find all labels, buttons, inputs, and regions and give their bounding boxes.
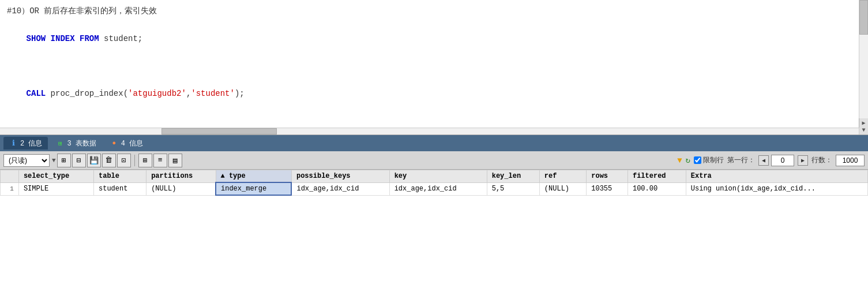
v-scrollbar-thumb[interactable] [859, 0, 868, 35]
scroll-right-arrow[interactable]: ▶ [859, 118, 868, 128]
filter-icon[interactable]: ▼ [677, 156, 682, 165]
results-table: select_type table partitions ▲ type poss… [0, 170, 868, 196]
tab-info2-icon: ● [110, 139, 118, 147]
row-count-input[interactable] [836, 155, 865, 166]
row-count-label: 行数： [811, 155, 832, 165]
code-line-2: SHOW INDEX FROM student; [7, 18, 861, 59]
mode-select[interactable]: (只读) [3, 154, 50, 167]
cell-possible-keys[interactable]: idx_age,idx_cid [291, 182, 389, 195]
first-row-input[interactable] [771, 155, 794, 166]
limit-checkbox[interactable] [694, 156, 701, 164]
col-header-rownum[interactable] [1, 170, 19, 183]
code-line-empty-1 [7, 59, 861, 73]
cell-extra[interactable]: Using union(idx_age,idx_cid... [686, 182, 867, 195]
cell-rownum: 1 [1, 182, 19, 195]
results-toolbar: (只读) ▼ ⊞ ⊟ 💾 🗑 ⊡ ⊞ ≡ ▤ ▼ ↻ 限制行 第一行： ◀ ▶ … [0, 151, 868, 170]
cell-select-type[interactable]: SIMPLE [18, 182, 93, 195]
tab-info-icon: ℹ [9, 139, 17, 147]
col-view-btn[interactable]: ▤ [168, 154, 182, 167]
cell-key-len[interactable]: 5,5 [487, 182, 539, 195]
keyword-show: SHOW INDEX FROM [27, 34, 99, 43]
toolbar-right: ▼ ↻ 限制行 第一行： ◀ ▶ 行数： [677, 155, 865, 166]
prev-page-btn[interactable]: ◀ [758, 155, 769, 166]
code-editor[interactable]: #10）OR 前后存在非索引的列，索引失效 SHOW INDEX FROM st… [0, 0, 868, 135]
code-line-4: CALL proc_drop_index('atguigudb2','stude… [7, 73, 861, 114]
limit-row-check[interactable]: 限制行 [694, 155, 724, 165]
cell-table[interactable]: student [94, 182, 146, 195]
horizontal-scrollbar[interactable] [0, 128, 859, 135]
cell-rows[interactable]: 10355 [587, 182, 628, 195]
col-header-extra[interactable]: Extra [686, 170, 867, 183]
tab-bar: ℹ 2 信息 ⊞ 3 表数据 ● 4 信息 [0, 135, 868, 151]
cell-partitions[interactable]: (NULL) [146, 182, 216, 195]
col-header-select-type[interactable]: select_type [18, 170, 93, 183]
table-header-row: select_type table partitions ▲ type poss… [1, 170, 868, 183]
save-btn[interactable]: 💾 [87, 154, 101, 167]
tab-2-label: 2 信息 [20, 139, 42, 148]
results-table-wrap: select_type table partitions ▲ type poss… [0, 170, 868, 295]
export-btn[interactable]: ⊡ [117, 154, 131, 167]
col-header-ref[interactable]: ref [539, 170, 586, 183]
cell-filtered[interactable]: 100.00 [627, 182, 686, 195]
col-header-key[interactable]: key [389, 170, 487, 183]
tab-table-icon: ⊞ [56, 139, 64, 147]
tab-4-label: 4 信息 [121, 139, 143, 148]
list-view-btn[interactable]: ≡ [153, 154, 167, 167]
table-row: 1 SIMPLE student (NULL) index_merge idx_… [1, 182, 868, 195]
next-page-btn[interactable]: ▶ [798, 155, 808, 166]
col-header-rows[interactable]: rows [587, 170, 628, 183]
col-header-filtered[interactable]: filtered [627, 170, 686, 183]
code-line-empty-2 [7, 114, 861, 128]
col-header-key-len[interactable]: key_len [487, 170, 539, 183]
cell-key[interactable]: idx_age,idx_cid [389, 182, 487, 195]
copy-row-btn[interactable]: ⊞ [57, 154, 71, 167]
toolbar-separator-1 [134, 155, 135, 166]
limit-label: 限制行 [703, 155, 724, 165]
tab-3-label: 3 表数据 [67, 139, 96, 148]
refresh-icon[interactable]: ↻ [686, 155, 690, 165]
h-scrollbar-thumb[interactable] [161, 128, 277, 135]
col-header-type[interactable]: ▲ type [216, 170, 291, 183]
page-nav: ◀ [758, 155, 794, 166]
grid-view-btn[interactable]: ⊞ [138, 154, 152, 167]
tab-3-table[interactable]: ⊞ 3 表数据 [50, 137, 102, 150]
delete-btn[interactable]: 🗑 [102, 154, 116, 167]
col-header-table[interactable]: table [94, 170, 146, 183]
tab-4-info[interactable]: ● 4 信息 [104, 137, 149, 150]
col-header-partitions[interactable]: partitions [146, 170, 216, 183]
cell-type[interactable]: index_merge [216, 182, 291, 195]
keyword-call: CALL [27, 89, 46, 98]
first-row-label: 第一行： [727, 155, 755, 165]
cell-ref[interactable]: (NULL) [539, 182, 586, 195]
vertical-scrollbar[interactable]: ▼ [859, 0, 868, 135]
col-header-possible-keys[interactable]: possible_keys [291, 170, 389, 183]
code-line-1: #10）OR 前后存在非索引的列，索引失效 [7, 5, 861, 18]
tab-2-info[interactable]: ℹ 2 信息 [3, 137, 48, 150]
paste-row-btn[interactable]: ⊟ [72, 154, 86, 167]
